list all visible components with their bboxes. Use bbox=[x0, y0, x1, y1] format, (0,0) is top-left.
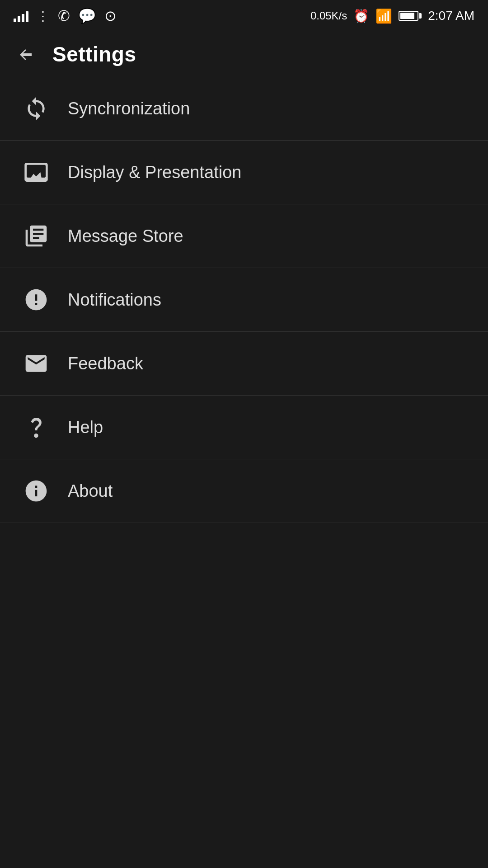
message-store-label: Message Store bbox=[68, 226, 183, 246]
display-icon bbox=[18, 160, 54, 185]
settings-item-feedback[interactable]: Feedback bbox=[0, 332, 488, 396]
help-label: Help bbox=[68, 418, 103, 437]
sync-icon bbox=[18, 96, 54, 121]
back-button[interactable] bbox=[14, 42, 39, 67]
feedback-label: Feedback bbox=[68, 354, 143, 373]
settings-item-message-store[interactable]: Message Store bbox=[0, 204, 488, 268]
time-display: 2:07 AM bbox=[428, 9, 474, 23]
message-store-icon bbox=[18, 223, 54, 249]
settings-item-display-presentation[interactable]: Display & Presentation bbox=[0, 141, 488, 204]
feedback-icon bbox=[18, 351, 54, 376]
menu-dots-icon: ⋮ bbox=[37, 9, 50, 24]
notifications-label: Notifications bbox=[68, 290, 161, 310]
settings-list: Synchronization Display & Presentation M… bbox=[0, 77, 488, 523]
help-icon bbox=[18, 415, 54, 440]
chat-icon: 💬 bbox=[78, 7, 96, 24]
notifications-icon bbox=[18, 287, 54, 312]
signal-icon bbox=[14, 9, 28, 22]
settings-item-help[interactable]: Help bbox=[0, 396, 488, 459]
about-label: About bbox=[68, 481, 113, 501]
status-left: ⋮ ✆ 💬 ⊙ bbox=[14, 7, 117, 24]
settings-item-notifications[interactable]: Notifications bbox=[0, 268, 488, 332]
wifi-icon: 📶 bbox=[375, 8, 392, 24]
whatsapp-icon: ✆ bbox=[58, 7, 70, 24]
alarm-icon: ⏰ bbox=[353, 9, 369, 24]
top-bar: Settings bbox=[0, 32, 488, 77]
settings-item-synchronization[interactable]: Synchronization bbox=[0, 77, 488, 141]
synchronization-label: Synchronization bbox=[68, 99, 190, 118]
network-speed: 0.05K/s bbox=[310, 9, 347, 22]
smiley-icon: ⊙ bbox=[104, 7, 117, 24]
settings-item-about[interactable]: About bbox=[0, 459, 488, 523]
display-presentation-label: Display & Presentation bbox=[68, 163, 241, 182]
page-title: Settings bbox=[52, 42, 136, 66]
battery-icon bbox=[399, 11, 422, 21]
back-arrow-icon bbox=[18, 46, 34, 62]
status-right: 0.05K/s ⏰ 📶 2:07 AM bbox=[310, 8, 474, 24]
status-bar: ⋮ ✆ 💬 ⊙ 0.05K/s ⏰ 📶 2:07 AM bbox=[0, 0, 488, 32]
about-icon bbox=[18, 478, 54, 504]
